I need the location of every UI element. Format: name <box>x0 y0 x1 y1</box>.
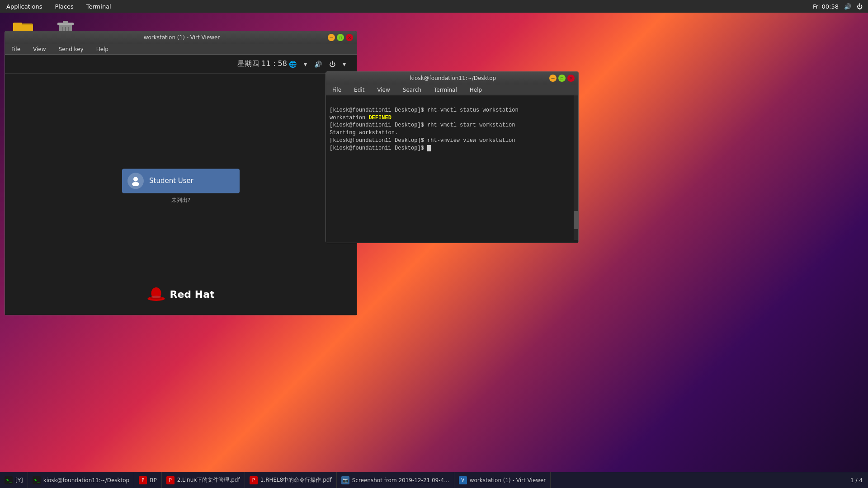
terminal-menu-terminal[interactable]: Terminal <box>431 86 460 94</box>
redhat-hat-icon <box>147 287 165 301</box>
taskbar-item-bp[interactable]: P BP <box>134 472 161 488</box>
virt-viewer-close-button[interactable]: ✕ <box>346 34 353 41</box>
virt-viewer-window: workstation (1) - Virt Viewer ─ □ ✕ File… <box>5 31 357 315</box>
terminal-menu-view[interactable]: View <box>374 86 392 94</box>
vm-top-bar: 星期四 11：58 🌐 ▾ 🔊 ⏻ ▾ <box>5 55 357 74</box>
taskbar-item-rhel-pdf-label: 1.RHEL8中的命令行操作.pdf <box>260 476 332 484</box>
terminal-menu-edit[interactable]: Edit <box>351 86 367 94</box>
top-menu-terminal[interactable]: Terminal <box>84 2 114 11</box>
taskbar-top-left: Applications Places Terminal <box>0 2 114 11</box>
terminal-content[interactable]: [kiosk@foundation11 Desktop]$ rht-vmctl … <box>326 95 578 243</box>
tty-icon: >_ <box>5 476 13 484</box>
terminal-scrollbar-thumb[interactable] <box>574 211 578 229</box>
taskbar-item-screenshot[interactable]: 📷 Screenshot from 2019-12-21 09-4... <box>337 472 454 488</box>
svg-point-10 <box>132 182 139 186</box>
terminal-minimize-button[interactable]: ─ <box>549 75 557 82</box>
virt-viewer-minimize-button[interactable]: ─ <box>328 34 335 41</box>
terminal-menubar: File Edit View Search Terminal Help <box>326 84 578 95</box>
vm-login-area: Student User 未列出? <box>122 169 240 204</box>
virt-viewer-titlebar: workstation (1) - Virt Viewer ─ □ ✕ <box>5 31 357 44</box>
user-avatar <box>127 173 144 189</box>
terminal-line-1: [kiosk@foundation11 Desktop]$ rht-vmctl … <box>330 107 519 113</box>
taskbar-item-terminal[interactable]: >_ kiosk@foundation11:~/Desktop <box>28 472 134 488</box>
terminal-cursor <box>427 145 431 151</box>
virt-viewer-menu-help[interactable]: Help <box>94 45 111 53</box>
taskbar-bottom: >_ [Y] >_ kiosk@foundation11:~/Desktop P… <box>0 472 868 488</box>
redhat-logo: Red Hat <box>147 287 214 301</box>
virt-viewer-menu-view[interactable]: View <box>30 45 48 53</box>
virt-viewer-menu-file[interactable]: File <box>9 45 23 53</box>
terminal-menu-help[interactable]: Help <box>467 86 485 94</box>
terminal-maximize-button[interactable]: □ <box>558 75 566 82</box>
power-icon[interactable]: ⏻ <box>857 3 863 10</box>
virt-viewer-maximize-button[interactable]: □ <box>337 34 344 41</box>
taskbar-item-terminal-label: kiosk@foundation11:~/Desktop <box>43 477 129 483</box>
svg-rect-5 <box>63 21 68 23</box>
top-menu-applications[interactable]: Applications <box>4 2 45 11</box>
vm-power-icon[interactable]: ⏻ <box>327 60 337 69</box>
terminal-line-3: [kiosk@foundation11 Desktop]$ rht-vmctl … <box>330 122 515 128</box>
vm-network-dropdown-icon[interactable]: ▾ <box>302 60 309 69</box>
virt-viewer-controls: ─ □ ✕ <box>328 34 353 41</box>
vm-clock: 星期四 11：58 <box>237 59 287 69</box>
virt-viewer-menu-sendkey[interactable]: Send key <box>56 45 86 53</box>
terminal-taskbar-icon: >_ <box>33 476 41 484</box>
user-card[interactable]: Student User <box>122 169 240 193</box>
rhel-pdf-icon: P <box>250 476 258 484</box>
terminal-menu-search[interactable]: Search <box>400 86 424 94</box>
clock-display: Fri 00:58 <box>813 3 839 10</box>
vm-network-icon[interactable]: 🌐 <box>287 60 298 69</box>
vm-status-icons: 🌐 ▾ 🔊 ⏻ ▾ <box>287 60 348 69</box>
taskbar-top: Applications Places Terminal Fri 00:58 🔊… <box>0 0 868 13</box>
terminal-controls: ─ □ ✕ <box>549 75 575 82</box>
volume-icon[interactable]: 🔊 <box>844 3 851 10</box>
taskbar-item-workstation-label: workstation (1) - Virt Viewer <box>470 477 546 483</box>
taskbar-item-bp-label: BP <box>150 477 156 483</box>
terminal-line-6: [kiosk@foundation11 Desktop]$ <box>330 145 431 151</box>
taskbar-page-indicator: 1 / 4 <box>850 477 868 483</box>
not-listed-link[interactable]: 未列出? <box>171 197 190 204</box>
linux-pdf-icon: P <box>166 476 175 484</box>
terminal-titlebar: kiosk@foundation11:~/Desktop ─ □ ✕ <box>326 72 578 84</box>
taskbar-item-workstation[interactable]: V workstation (1) - Virt Viewer <box>454 472 551 488</box>
screenshot-icon: 📷 <box>341 476 349 484</box>
svg-point-14 <box>151 296 161 298</box>
bp-pdf-icon: P <box>139 476 147 484</box>
taskbar-item-linux-pdf-label: 2.Linux下的文件管理.pdf <box>177 476 240 484</box>
terminal-line-4: Starting workstation. <box>330 130 398 136</box>
taskbar-item-rhel-pdf[interactable]: P 1.RHEL8中的命令行操作.pdf <box>245 472 337 488</box>
person-icon <box>131 176 141 186</box>
virt-viewer-menubar: File View Send key Help <box>5 44 357 55</box>
terminal-scrollbar[interactable] <box>574 95 578 240</box>
taskbar-item-tty-label: [Y] <box>15 477 23 483</box>
taskbar-top-right: Fri 00:58 🔊 ⏻ <box>813 3 868 10</box>
virt-viewer-title: workstation (1) - Virt Viewer <box>36 34 328 41</box>
user-name: Student User <box>149 177 193 185</box>
taskbar-item-screenshot-label: Screenshot from 2019-12-21 09-4... <box>352 477 449 483</box>
terminal-line-2: workstation DEFINED <box>330 115 392 121</box>
terminal-menu-file[interactable]: File <box>330 86 344 94</box>
terminal-close-button[interactable]: ✕ <box>567 75 575 82</box>
taskbar-item-tty[interactable]: >_ [Y] <box>0 472 28 488</box>
terminal-title: kiosk@foundation11:~/Desktop <box>357 75 549 81</box>
taskbar-item-linux-pdf[interactable]: P 2.Linux下的文件管理.pdf <box>162 472 245 488</box>
vm-screen: 星期四 11：58 🌐 ▾ 🔊 ⏻ ▾ Student User 未列出? <box>5 55 357 315</box>
terminal-line-5: [kiosk@foundation11 Desktop]$ rht-vmview… <box>330 137 515 144</box>
vm-power-dropdown-icon[interactable]: ▾ <box>341 60 348 69</box>
vm-volume-icon[interactable]: 🔊 <box>312 60 324 69</box>
svg-point-9 <box>133 177 138 181</box>
viewer-taskbar-icon: V <box>459 476 467 484</box>
redhat-brand-text: Red Hat <box>170 289 214 300</box>
top-menu-places[interactable]: Places <box>52 2 76 11</box>
terminal-window: kiosk@foundation11:~/Desktop ─ □ ✕ File … <box>326 71 579 243</box>
